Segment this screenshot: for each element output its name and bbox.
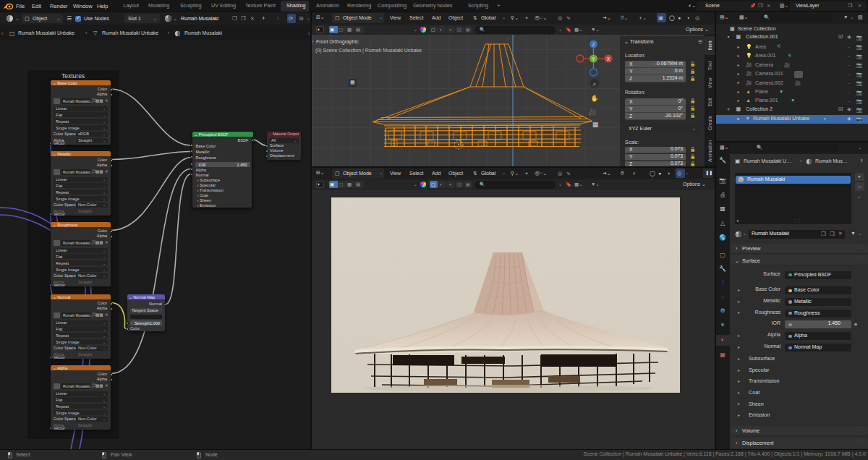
svg-text:Y: Y (592, 56, 595, 61)
svg-text:✋: ✋ (590, 94, 599, 103)
svg-text:⌕: ⌕ (592, 80, 596, 88)
svg-text:🎥: 🎥 (588, 108, 597, 116)
svg-text:Z: Z (592, 42, 595, 47)
svg-text:X: X (607, 56, 610, 61)
svg-text:▦: ▦ (592, 121, 599, 128)
